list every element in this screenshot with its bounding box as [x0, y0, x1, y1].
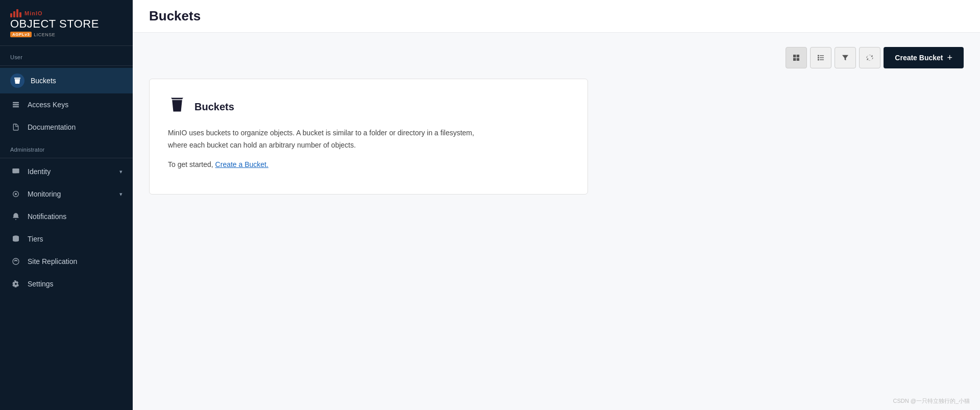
sidebar-item-identity[interactable]: Identity ▾ — [0, 160, 133, 183]
bucket-icon-large — [168, 95, 186, 118]
svg-rect-17 — [818, 59, 819, 61]
refresh-icon — [866, 54, 874, 62]
main-content: Buckets — [133, 0, 980, 410]
svg-rect-2 — [13, 106, 19, 108]
sidebar-item-monitoring-label: Monitoring — [28, 190, 61, 198]
info-card-cta: To get started, Create a Bucket. — [168, 159, 569, 171]
create-bucket-plus-icon: + — [947, 53, 952, 63]
info-card-header: Buckets — [168, 95, 569, 118]
svg-rect-16 — [820, 57, 824, 58]
svg-rect-13 — [818, 55, 819, 57]
page-title: Buckets — [149, 8, 964, 24]
logo-icon — [10, 9, 21, 17]
sidebar-item-access-keys-label: Access Keys — [28, 101, 68, 109]
create-bucket-link[interactable]: Create a Bucket. — [215, 160, 268, 168]
toolbar: Create Bucket + — [149, 47, 964, 68]
create-bucket-button[interactable]: Create Bucket + — [884, 47, 964, 68]
svg-rect-10 — [797, 55, 799, 57]
watermark: CSDN @一只特立独行的_小猫 — [893, 397, 970, 405]
sidebar: MinIO OBJECT STORE AGPLv3 LICENSE User B… — [0, 0, 133, 410]
documentation-icon — [10, 122, 21, 133]
info-card-body: MinIO uses buckets to organize objects. … — [168, 127, 569, 171]
info-card-line1: MinIO uses buckets to organize objects. … — [168, 127, 569, 152]
info-card: Buckets MinIO uses buckets to organize o… — [149, 79, 588, 195]
access-keys-icon — [10, 99, 21, 110]
top-bar: Buckets — [133, 0, 980, 33]
list-icon — [817, 54, 825, 62]
sidebar-item-settings-label: Settings — [28, 280, 54, 288]
sidebar-item-notifications[interactable]: Notifications — [0, 205, 133, 228]
license-badge: AGPLv3 LICENSE — [10, 32, 122, 37]
user-divider — [0, 65, 133, 66]
monitoring-icon — [10, 188, 21, 200]
svg-rect-0 — [13, 102, 19, 104]
settings-icon — [10, 278, 21, 290]
identity-chevron-icon: ▾ — [119, 168, 122, 175]
sidebar-item-notifications-label: Notifications — [28, 212, 66, 221]
sidebar-item-tiers[interactable]: Tiers — [0, 228, 133, 250]
admin-section-label: Administrator — [0, 138, 133, 156]
svg-rect-14 — [820, 55, 824, 56]
product-name: OBJECT STORE — [10, 18, 122, 30]
svg-rect-18 — [820, 59, 824, 60]
sidebar-item-settings[interactable]: Settings — [0, 273, 133, 295]
svg-point-5 — [15, 193, 17, 195]
svg-rect-12 — [797, 58, 799, 61]
sidebar-item-buckets-label: Buckets — [31, 77, 56, 85]
create-bucket-label: Create Bucket — [895, 54, 943, 62]
svg-rect-1 — [13, 104, 19, 106]
sidebar-item-tiers-label: Tiers — [28, 235, 43, 243]
filter-button[interactable] — [835, 47, 856, 68]
sidebar-item-site-replication-label: Site Replication — [28, 257, 77, 266]
site-replication-icon — [10, 256, 21, 267]
admin-divider — [0, 158, 133, 158]
svg-rect-15 — [818, 57, 819, 59]
sidebar-item-documentation-label: Documentation — [28, 123, 76, 131]
sidebar-item-access-keys[interactable]: Access Keys — [0, 93, 133, 116]
user-section-label: User — [0, 46, 133, 63]
list-view-button[interactable] — [810, 47, 831, 68]
tiers-icon — [10, 233, 21, 245]
logo: MinIO — [10, 9, 122, 17]
svg-rect-11 — [793, 58, 796, 61]
identity-icon — [10, 166, 21, 177]
info-card-title: Buckets — [194, 101, 234, 113]
brand-name: MinIO — [24, 10, 43, 16]
sidebar-item-monitoring[interactable]: Monitoring ▾ — [0, 183, 133, 205]
filter-icon — [841, 54, 849, 62]
sidebar-item-buckets[interactable]: Buckets — [0, 68, 133, 93]
refresh-button[interactable] — [859, 47, 880, 68]
logo-area: MinIO OBJECT STORE AGPLv3 LICENSE — [0, 0, 133, 46]
content-area: Create Bucket + Buckets MinIO uses bucke… — [133, 33, 980, 410]
svg-point-4 — [14, 170, 16, 172]
sidebar-item-site-replication[interactable]: Site Replication — [0, 250, 133, 273]
svg-rect-9 — [793, 55, 796, 57]
svg-point-8 — [13, 258, 19, 264]
sidebar-item-documentation[interactable]: Documentation — [0, 116, 133, 138]
buckets-icon — [10, 74, 24, 88]
sidebar-item-identity-label: Identity — [28, 167, 51, 176]
grid-icon — [792, 54, 800, 62]
monitoring-chevron-icon: ▾ — [119, 191, 122, 198]
grid-view-button[interactable] — [786, 47, 807, 68]
notifications-icon — [10, 211, 21, 222]
